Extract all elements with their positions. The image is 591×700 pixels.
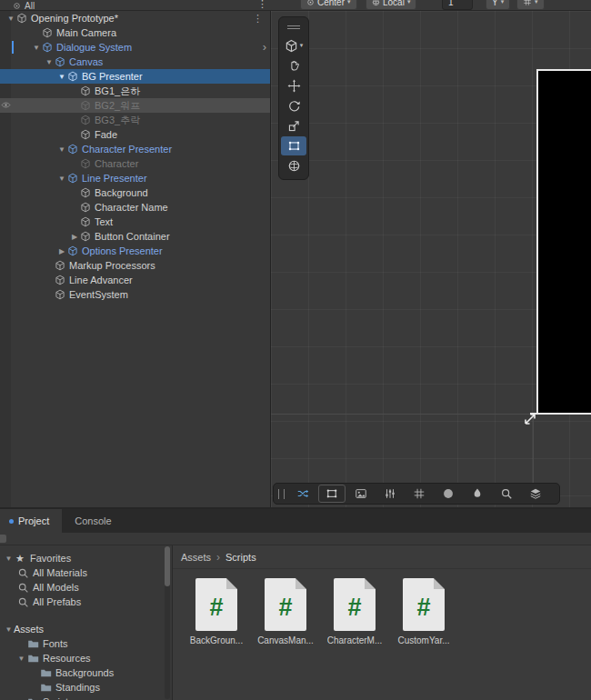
lighting-button[interactable]	[435, 485, 462, 503]
sidebar-item-backgrounds[interactable]: Backgrounds	[0, 665, 172, 680]
hierarchy-row-opening-prototype[interactable]: ▼ Opening Prototype* ⋮	[0, 11, 270, 25]
csharp-script-icon: #	[265, 578, 306, 631]
asset-script-4[interactable]: # CustomYar...	[391, 578, 456, 645]
gameobject-icon	[80, 100, 91, 111]
grid-axis-label: Y	[492, 0, 498, 7]
image-effects-button[interactable]	[347, 485, 375, 503]
hierarchy-row-background[interactable]: Background	[0, 185, 270, 200]
chevron-down-icon: ▾	[347, 0, 351, 5]
sidebar-item-all-prefabs[interactable]: All Prefabs	[0, 595, 172, 609]
expand-arrow[interactable]: ▼	[56, 145, 67, 154]
view-options-button[interactable]: ▾	[285, 35, 304, 55]
sidebar-item-all-models[interactable]: All Models	[0, 580, 172, 595]
sliders-icon	[384, 487, 396, 500]
hierarchy-row-line-presenter[interactable]: ▼ Line Presenter	[0, 171, 270, 185]
scale-handle-icon[interactable]	[522, 411, 538, 427]
expand-arrow[interactable]: ▼	[16, 655, 26, 663]
gameobject-icon	[80, 85, 91, 96]
scene-view[interactable]: ▾	[271, 11, 591, 507]
expand-arrow[interactable]: ▼	[4, 625, 14, 634]
hierarchy-row-button-container[interactable]: ▶ Button Container	[0, 229, 270, 244]
prefab-icon	[67, 71, 78, 82]
scrollbar-thumb[interactable]	[165, 546, 170, 586]
hierarchy-row-text[interactable]: Text	[0, 215, 270, 229]
sidebar-item-standings[interactable]: Standings	[0, 680, 172, 695]
expand-arrow[interactable]: ▶	[69, 233, 80, 241]
rect-tool-button[interactable]	[281, 136, 306, 155]
transform-tool-button[interactable]	[281, 156, 306, 175]
csharp-script-icon: #	[334, 578, 376, 631]
gameobject-icon	[80, 158, 91, 169]
hierarchy-row-canvas[interactable]: ▼ Canvas	[0, 55, 270, 69]
prefab-open-chevron[interactable]: ›	[263, 41, 266, 54]
breadcrumb-assets[interactable]: Assets	[181, 552, 211, 563]
unity-editor-window: All ⋮ Center ▾ Local ▾ 1 Y ▾ ▾ ▼	[0, 0, 591, 700]
sidebar-item-scripts[interactable]: Scripts	[0, 695, 172, 700]
hierarchy-row-bg2[interactable]: BG2_워프	[0, 98, 270, 113]
scale-tool-button[interactable]	[281, 116, 306, 135]
hierarchy-menu-icon[interactable]: ⋮	[257, 0, 267, 10]
hierarchy-row-fade[interactable]: Fade	[0, 127, 270, 142]
scene-menu-icon[interactable]: ⋮	[253, 13, 263, 25]
shuffle-icon	[296, 487, 309, 500]
hierarchy-row-bg1[interactable]: BG1_은하	[0, 84, 270, 98]
toolbar-drag-handle[interactable]	[278, 489, 285, 499]
shuffle-toggle-button[interactable]	[289, 485, 316, 503]
sidebar-item-assets[interactable]: ▼ Assets	[0, 622, 172, 636]
hierarchy-row-character-name[interactable]: Character Name	[0, 200, 270, 215]
grid-settings-button[interactable]	[406, 485, 433, 503]
overlay-drag-handle[interactable]	[287, 22, 300, 35]
project-toolbar	[0, 533, 591, 545]
hierarchy-row-main-camera[interactable]: Main Camera	[0, 25, 270, 40]
grid-axis-button[interactable]: Y ▾	[486, 0, 510, 10]
hierarchy-row-bg-presenter[interactable]: ▼ BG Presenter	[0, 69, 270, 84]
tab-console[interactable]: Console	[62, 509, 124, 533]
visibility-icon[interactable]	[1, 100, 11, 110]
hierarchy-row-markup-processors[interactable]: Markup Processors	[0, 258, 270, 273]
expand-arrow[interactable]: ▼	[56, 175, 67, 183]
grid-line-horizontal	[271, 414, 530, 415]
hierarchy-row-bg3[interactable]: BG3_추락	[0, 113, 270, 127]
hierarchy-row-eventsystem[interactable]: EventSystem	[0, 287, 270, 302]
search-scope-icon	[13, 2, 21, 10]
hand-tool-button[interactable]	[281, 56, 306, 75]
sidebar-item-all-materials[interactable]: All Materials	[0, 565, 172, 580]
hierarchy-row-options-presenter[interactable]: ▶ Options Presenter	[0, 244, 270, 258]
expand-arrow[interactable]: ▼	[44, 58, 55, 66]
expand-arrow[interactable]: ▼	[5, 15, 16, 23]
asset-script-2[interactable]: # CanvasMan...	[253, 578, 318, 645]
mixer-button[interactable]	[376, 485, 404, 503]
grid-visibility-button[interactable]: ▾	[516, 0, 545, 10]
expand-arrow[interactable]: ▼	[56, 73, 67, 81]
sidebar-item-resources[interactable]: ▼ Resources	[0, 651, 172, 665]
expand-arrow[interactable]: ▼	[31, 44, 42, 52]
transform-icon	[287, 159, 301, 173]
hierarchy-row-character-presenter[interactable]: ▼ Character Presenter	[0, 142, 270, 156]
asset-script-1[interactable]: # BackGroun...	[184, 578, 249, 645]
move-tool-button[interactable]	[281, 76, 306, 95]
tab-project[interactable]: Project	[0, 509, 62, 533]
hierarchy-panel: ▼ Opening Prototype* ⋮ Main Camera ▼ Dia…	[0, 11, 271, 507]
rotate-icon	[287, 99, 301, 113]
hierarchy-row-dialogue-system[interactable]: ▼ Dialogue System ›	[0, 40, 270, 55]
breadcrumb-scripts[interactable]: Scripts	[225, 552, 256, 563]
layers-button[interactable]	[522, 485, 549, 503]
snap-value-field[interactable]: 1	[442, 0, 473, 10]
asset-script-3[interactable]: # CharacterM...	[322, 578, 387, 645]
rotate-tool-button[interactable]	[281, 96, 306, 115]
orientation-button[interactable]: Local ▾	[366, 0, 416, 10]
hierarchy-row-line-advancer[interactable]: Line Advancer	[0, 273, 270, 287]
sidebar-scrollbar[interactable]	[165, 546, 170, 699]
clipped-control[interactable]	[0, 535, 6, 543]
rect-overlay-button[interactable]	[318, 485, 346, 503]
sidebar-item-favorites[interactable]: ▼ ★ Favorites	[0, 551, 172, 565]
expand-arrow[interactable]: ▼	[4, 555, 14, 563]
hierarchy-row-character[interactable]: Character	[0, 156, 270, 171]
hierarchy-search-scope[interactable]: All	[13, 0, 35, 11]
sidebar-item-fonts[interactable]: Fonts	[0, 636, 172, 651]
expand-arrow[interactable]: ▶	[56, 247, 67, 255]
pivot-mode-button[interactable]: Center ▾	[300, 0, 357, 10]
paint-button[interactable]	[464, 485, 491, 503]
active-row-indicator	[12, 41, 14, 54]
search-button[interactable]	[493, 485, 520, 503]
